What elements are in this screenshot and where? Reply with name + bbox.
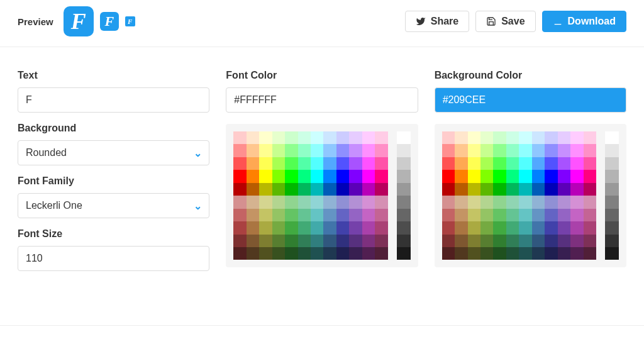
color-swatch[interactable]: [468, 144, 480, 157]
color-swatch[interactable]: [570, 131, 583, 144]
color-swatch[interactable]: [570, 157, 583, 170]
color-swatch[interactable]: [233, 131, 246, 144]
color-swatch[interactable]: [493, 235, 506, 247]
color-swatch[interactable]: [298, 183, 311, 196]
color-swatch[interactable]: [298, 131, 311, 144]
color-swatch[interactable]: [336, 131, 349, 144]
color-swatch[interactable]: [362, 144, 375, 157]
color-swatch[interactable]: [375, 170, 387, 182]
color-swatch[interactable]: [336, 247, 349, 260]
color-swatch[interactable]: [455, 157, 467, 170]
color-swatch[interactable]: [519, 183, 531, 196]
color-swatch[interactable]: [455, 221, 467, 234]
color-swatch[interactable]: [442, 157, 455, 170]
color-swatch[interactable]: [272, 144, 285, 157]
color-swatch[interactable]: [532, 157, 545, 170]
color-swatch[interactable]: [468, 131, 480, 144]
color-swatch[interactable]: [532, 196, 545, 208]
color-swatch[interactable]: [506, 183, 519, 196]
bg-color-input[interactable]: [435, 87, 626, 113]
color-swatch[interactable]: [259, 170, 272, 182]
color-swatch[interactable]: [259, 221, 272, 234]
color-swatch[interactable]: [506, 196, 519, 208]
color-swatch[interactable]: [259, 247, 272, 260]
color-swatch[interactable]: [493, 221, 506, 234]
gray-swatch[interactable]: [605, 235, 619, 247]
color-swatch[interactable]: [362, 131, 375, 144]
gray-swatch[interactable]: [397, 170, 411, 182]
color-swatch[interactable]: [506, 157, 519, 170]
color-swatch[interactable]: [493, 183, 506, 196]
color-swatch[interactable]: [323, 170, 336, 182]
color-swatch[interactable]: [285, 247, 297, 260]
gray-swatch[interactable]: [397, 221, 411, 234]
color-swatch[interactable]: [259, 235, 272, 247]
color-swatch[interactable]: [259, 131, 272, 144]
color-swatch[interactable]: [272, 196, 285, 208]
color-swatch[interactable]: [233, 183, 246, 196]
save-button[interactable]: Save: [475, 11, 535, 32]
color-swatch[interactable]: [233, 157, 246, 170]
color-swatch[interactable]: [285, 209, 297, 221]
color-swatch[interactable]: [558, 131, 570, 144]
color-swatch[interactable]: [545, 157, 557, 170]
color-swatch[interactable]: [506, 144, 519, 157]
color-swatch[interactable]: [519, 196, 531, 208]
color-swatch[interactable]: [545, 209, 557, 221]
gray-swatch[interactable]: [605, 131, 619, 144]
color-swatch[interactable]: [375, 247, 387, 260]
color-swatch[interactable]: [584, 183, 596, 196]
color-swatch[interactable]: [375, 144, 387, 157]
bg-color-grid[interactable]: [442, 131, 596, 260]
color-swatch[interactable]: [298, 196, 311, 208]
color-swatch[interactable]: [285, 196, 297, 208]
color-swatch[interactable]: [375, 131, 387, 144]
color-swatch[interactable]: [442, 247, 455, 260]
color-swatch[interactable]: [506, 247, 519, 260]
color-swatch[interactable]: [259, 183, 272, 196]
color-swatch[interactable]: [336, 183, 349, 196]
color-swatch[interactable]: [298, 144, 311, 157]
color-swatch[interactable]: [442, 209, 455, 221]
color-swatch[interactable]: [519, 131, 531, 144]
color-swatch[interactable]: [455, 196, 467, 208]
color-swatch[interactable]: [311, 183, 323, 196]
color-swatch[interactable]: [468, 196, 480, 208]
color-swatch[interactable]: [506, 131, 519, 144]
color-swatch[interactable]: [468, 209, 480, 221]
gray-swatch[interactable]: [605, 170, 619, 182]
gray-swatch[interactable]: [605, 144, 619, 157]
color-swatch[interactable]: [570, 209, 583, 221]
color-swatch[interactable]: [259, 144, 272, 157]
color-swatch[interactable]: [323, 144, 336, 157]
color-swatch[interactable]: [558, 209, 570, 221]
color-swatch[interactable]: [455, 209, 467, 221]
bg-color-grayscale[interactable]: [605, 131, 619, 260]
color-swatch[interactable]: [545, 247, 557, 260]
color-swatch[interactable]: [311, 144, 323, 157]
color-swatch[interactable]: [362, 235, 375, 247]
color-swatch[interactable]: [298, 221, 311, 234]
color-swatch[interactable]: [584, 170, 596, 182]
color-swatch[interactable]: [233, 209, 246, 221]
color-swatch[interactable]: [311, 196, 323, 208]
color-swatch[interactable]: [532, 144, 545, 157]
color-swatch[interactable]: [493, 247, 506, 260]
color-swatch[interactable]: [493, 131, 506, 144]
color-swatch[interactable]: [480, 196, 493, 208]
color-swatch[interactable]: [349, 235, 362, 247]
color-swatch[interactable]: [323, 221, 336, 234]
color-swatch[interactable]: [468, 183, 480, 196]
color-swatch[interactable]: [519, 170, 531, 182]
color-swatch[interactable]: [233, 247, 246, 260]
color-swatch[interactable]: [493, 196, 506, 208]
color-swatch[interactable]: [298, 235, 311, 247]
color-swatch[interactable]: [545, 235, 557, 247]
color-swatch[interactable]: [468, 157, 480, 170]
font-size-input[interactable]: [18, 246, 209, 271]
color-swatch[interactable]: [442, 131, 455, 144]
color-swatch[interactable]: [442, 235, 455, 247]
color-swatch[interactable]: [362, 209, 375, 221]
color-swatch[interactable]: [247, 221, 259, 234]
color-swatch[interactable]: [455, 170, 467, 182]
